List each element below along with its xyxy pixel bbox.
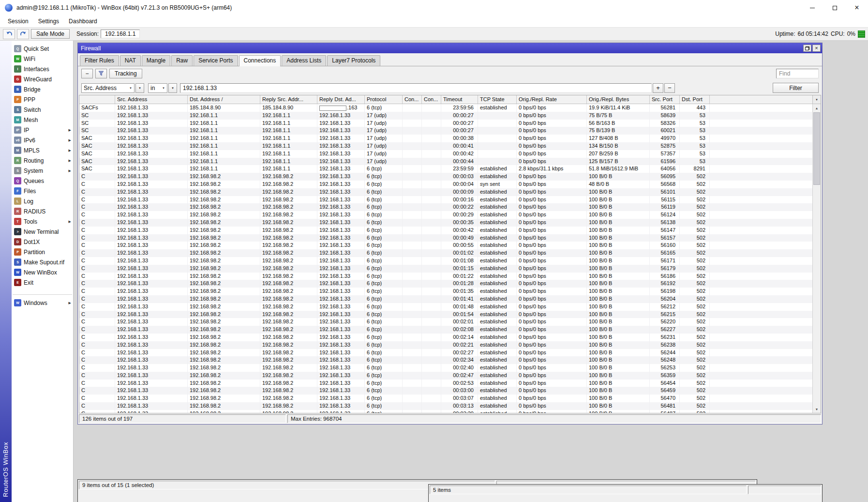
- connection-row[interactable]: C192.168.1.33192.168.98.2192.168.98.2192…: [79, 196, 812, 204]
- close-button[interactable]: ×: [846, 0, 868, 15]
- sidebar-item-interfaces[interactable]: IInterfaces: [12, 64, 73, 74]
- column-header-src-address[interactable]: Src. Address: [115, 95, 188, 104]
- filter-toggle-button[interactable]: [95, 69, 107, 78]
- connection-row[interactable]: C192.168.1.33192.168.98.2192.168.98.2192…: [79, 211, 812, 219]
- sidebar-item-log[interactable]: LLog: [12, 196, 73, 206]
- vertical-scrollbar[interactable]: ▲ ▼: [812, 104, 821, 413]
- column-header-reply-dst-ad[interactable]: Reply Dst. Ad...: [317, 95, 365, 104]
- add-filter-button[interactable]: +: [653, 83, 663, 93]
- filter-value-input[interactable]: [180, 83, 652, 93]
- session-value-box[interactable]: 192.168.1.1: [101, 30, 140, 38]
- sidebar-item-windows[interactable]: WWindows▶: [12, 298, 73, 308]
- sidebar-item-routing[interactable]: RRouting▶: [12, 155, 73, 166]
- connection-row[interactable]: C192.168.1.33192.168.98.2192.168.98.2192…: [79, 402, 812, 410]
- column-header-flags[interactable]: [79, 95, 115, 104]
- sidebar-item-ppp[interactable]: PPPP: [12, 94, 73, 105]
- menu-settings[interactable]: Settings: [33, 16, 64, 26]
- connection-row[interactable]: C192.168.1.33192.168.98.2192.168.98.2192…: [79, 380, 812, 387]
- column-selector-button[interactable]: ▼: [812, 95, 821, 104]
- tab-connections[interactable]: Connections: [239, 55, 281, 66]
- column-header-tcp-state[interactable]: TCP State: [478, 95, 517, 104]
- scroll-down-button[interactable]: ▼: [813, 405, 821, 413]
- connection-row[interactable]: C192.168.1.33192.168.98.2192.168.98.2192…: [79, 219, 812, 227]
- tab-nat[interactable]: NAT: [120, 55, 141, 66]
- sidebar-item-make-supout-rif[interactable]: SMake Supout.rif: [12, 257, 73, 267]
- firewall-restore-button[interactable]: [803, 45, 811, 52]
- sidebar-item-wifi[interactable]: WWiFi: [12, 54, 73, 64]
- tab-address-lists[interactable]: Address Lists: [282, 55, 326, 66]
- connection-row[interactable]: C192.168.1.33192.168.98.2192.168.98.2192…: [79, 188, 812, 196]
- connection-row[interactable]: C192.168.1.33192.168.98.2192.168.98.2192…: [79, 227, 812, 234]
- sidebar-item-partition[interactable]: PPartition: [12, 247, 73, 257]
- sidebar-item-ip[interactable]: IPIP▶: [12, 125, 73, 135]
- connection-row[interactable]: C192.168.1.33192.168.98.2192.168.98.2192…: [79, 395, 812, 402]
- scrollbar-thumb[interactable]: [813, 112, 820, 185]
- sidebar-item-wireguard[interactable]: GWireGuard: [12, 74, 73, 84]
- connection-row[interactable]: C192.168.1.33192.168.98.2192.168.98.2192…: [79, 410, 812, 413]
- menu-dashboard[interactable]: Dashboard: [64, 16, 102, 26]
- connection-row[interactable]: C192.168.1.33192.168.98.2192.168.98.2192…: [79, 288, 812, 295]
- connection-row[interactable]: C192.168.1.33192.168.98.2192.168.98.2192…: [79, 318, 812, 326]
- connection-row[interactable]: C192.168.1.33192.168.98.2192.168.98.2192…: [79, 181, 812, 188]
- connection-row[interactable]: C192.168.1.33192.168.98.2192.168.98.2192…: [79, 372, 812, 380]
- minimize-button[interactable]: [801, 0, 823, 15]
- sidebar-item-mpls[interactable]: MMPLS▶: [12, 145, 73, 155]
- connection-row[interactable]: C192.168.1.33192.168.98.2192.168.98.2192…: [79, 257, 812, 265]
- connection-row[interactable]: C192.168.1.33192.168.98.2192.168.98.2192…: [79, 234, 812, 242]
- sidebar-item-switch[interactable]: SSwitch: [12, 105, 73, 115]
- sidebar-item-exit[interactable]: EExit: [12, 277, 73, 288]
- connection-row[interactable]: SACFs192.168.1.33185.184.8.90185.184.8.9…: [79, 104, 812, 112]
- column-header-con[interactable]: Con...: [422, 95, 441, 104]
- connection-row[interactable]: C192.168.1.33192.168.98.2192.168.98.2192…: [79, 341, 812, 349]
- menu-session[interactable]: Session: [3, 16, 33, 26]
- safe-mode-button[interactable]: Safe Mode: [31, 29, 70, 39]
- sidebar-item-system[interactable]: SSystem▶: [12, 166, 73, 176]
- column-header-src-port[interactable]: Src. Port: [650, 95, 680, 104]
- tab-layer7-protocols[interactable]: Layer7 Protocols: [327, 55, 380, 66]
- sidebar-item-files[interactable]: FFiles: [12, 186, 73, 196]
- sidebar-item-tools[interactable]: TTools▶: [12, 216, 73, 227]
- tab-raw[interactable]: Raw: [171, 55, 193, 66]
- sidebar-item-new-winbox[interactable]: WNew WinBox: [12, 267, 73, 277]
- connection-row[interactable]: C192.168.1.33192.168.98.2192.168.98.2192…: [79, 265, 812, 273]
- sidebar-item-new-terminal[interactable]: >New Terminal: [12, 227, 73, 237]
- connection-row[interactable]: C192.168.1.33192.168.98.2192.168.98.2192…: [79, 203, 812, 211]
- column-header-orig-repl-rate[interactable]: Orig./Repl. Rate: [517, 95, 587, 104]
- connection-row[interactable]: C192.168.1.33192.168.98.2192.168.98.2192…: [79, 173, 812, 181]
- column-header-dst-address[interactable]: Dst. Address /: [188, 95, 260, 104]
- scroll-up-button[interactable]: ▲: [813, 104, 821, 112]
- tab-filter-rules[interactable]: Filter Rules: [80, 55, 119, 66]
- maximize-button[interactable]: [823, 0, 846, 15]
- connection-row[interactable]: C192.168.1.33192.168.98.2192.168.98.2192…: [79, 273, 812, 280]
- connection-row[interactable]: SAC192.168.1.33192.168.1.1192.168.1.1192…: [79, 158, 812, 166]
- sidebar-item-radius[interactable]: RRADIUS: [12, 206, 73, 216]
- connection-row[interactable]: C192.168.1.33192.168.98.2192.168.98.2192…: [79, 295, 812, 303]
- connection-row[interactable]: C192.168.1.33192.168.98.2192.168.98.2192…: [79, 387, 812, 395]
- sidebar-item-queues[interactable]: QQueues: [12, 176, 73, 186]
- firewall-titlebar[interactable]: Firewall ×: [78, 43, 822, 53]
- sidebar-item-bridge[interactable]: BBridge: [12, 84, 73, 94]
- redo-button[interactable]: [17, 29, 29, 39]
- column-header-orig-repl-bytes[interactable]: Orig./Repl. Bytes: [587, 95, 650, 104]
- connection-row[interactable]: C192.168.1.33192.168.98.2192.168.98.2192…: [79, 249, 812, 257]
- connection-row[interactable]: SC192.168.1.33192.168.1.1192.168.1.1192.…: [79, 127, 812, 135]
- undo-button[interactable]: [3, 29, 15, 39]
- column-header-reply-src-addr[interactable]: Reply Src. Addr...: [260, 95, 317, 104]
- remove-connection-button[interactable]: −: [81, 69, 93, 78]
- tab-mangle[interactable]: Mangle: [142, 55, 170, 66]
- sidebar-item-dot1x[interactable]: DDot1X: [12, 237, 73, 247]
- connection-row[interactable]: C192.168.1.33192.168.98.2192.168.98.2192…: [79, 334, 812, 341]
- connection-row[interactable]: C192.168.1.33192.168.98.2192.168.98.2192…: [79, 326, 812, 334]
- apply-filter-button[interactable]: Filter: [773, 83, 819, 93]
- connection-row[interactable]: C192.168.1.33192.168.98.2192.168.98.2192…: [79, 280, 812, 288]
- sidebar-item-quick-set[interactable]: QQuick Set: [12, 44, 73, 54]
- resources-graph-icon[interactable]: [858, 30, 865, 38]
- firewall-close-button[interactable]: ×: [812, 45, 821, 52]
- sidebar-item-mesh[interactable]: MMesh: [12, 115, 73, 125]
- column-header-dst-port[interactable]: Dst. Port: [680, 95, 710, 104]
- filter-op-drop-button[interactable]: ▼: [168, 83, 177, 93]
- column-header-con[interactable]: Con...: [403, 95, 422, 104]
- connection-row[interactable]: C192.168.1.33192.168.98.2192.168.98.2192…: [79, 242, 812, 249]
- connection-row[interactable]: SC192.168.1.33192.168.1.1192.168.1.1192.…: [79, 112, 812, 120]
- filter-field-drop-button[interactable]: ▼: [135, 83, 144, 93]
